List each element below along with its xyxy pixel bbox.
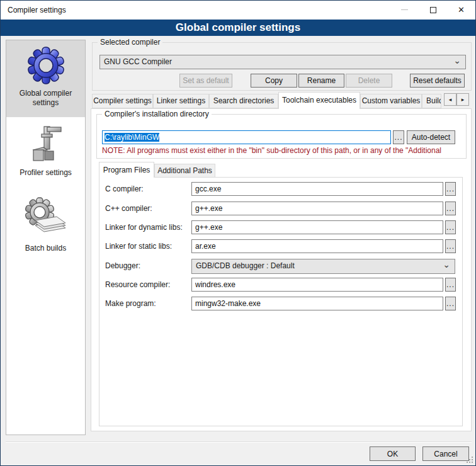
compiler-select[interactable]: GNU GCC Compiler ⌄ xyxy=(99,55,466,69)
title-bar[interactable]: Compiler settings ✕ xyxy=(1,1,475,20)
chevron-down-icon: ⌄ xyxy=(443,258,450,271)
tab-program-files[interactable]: Program Files xyxy=(99,162,154,178)
debugger-select[interactable]: GDB/CDB debugger : Default ⌄ xyxy=(191,259,455,274)
rename-button[interactable]: Rename xyxy=(298,74,344,88)
browse-cpp-compiler-button[interactable]: ... xyxy=(445,202,456,215)
copy-button[interactable]: Copy xyxy=(251,74,297,88)
tab-toolchain-executables[interactable]: Toolchain executables xyxy=(278,92,360,109)
dynamic-linker-label: Linker for dynamic libs: xyxy=(105,220,183,234)
make-program-label: Make program: xyxy=(105,297,156,310)
make-program-input[interactable] xyxy=(191,297,443,310)
gear-stack-icon xyxy=(6,196,85,242)
delete-button[interactable]: Delete xyxy=(346,74,392,88)
debugger-select-value: GDB/CDB debugger : Default xyxy=(196,261,295,270)
cpp-compiler-label: C++ compiler: xyxy=(105,202,152,215)
browse-c-compiler-button[interactable]: ... xyxy=(445,182,456,196)
tab-linker-settings[interactable]: Linker settings xyxy=(153,94,209,108)
close-icon: ✕ xyxy=(458,6,465,14)
resource-compiler-label: Resource compiler: xyxy=(105,278,170,292)
install-dir-input[interactable]: C:\raylib\MinGW xyxy=(102,130,391,144)
selected-compiler-group: Selected compiler GNU GCC Compiler ⌄ Set… xyxy=(92,42,472,91)
tab-scroll-right-button[interactable]: ▸ xyxy=(456,93,469,106)
ok-button[interactable]: OK xyxy=(370,446,416,461)
install-dir-note: NOTE: All programs must exist either in … xyxy=(102,146,465,155)
settings-category-list: Global compiler settings xyxy=(6,40,86,435)
group-legend: Selected compiler xyxy=(98,38,162,47)
footer-divider xyxy=(6,441,472,443)
tab-build-options[interactable]: Build options xyxy=(422,94,441,108)
sidebar-item-global-compiler-settings[interactable]: Global compiler settings xyxy=(6,40,85,117)
resize-grip[interactable] xyxy=(472,462,473,463)
cpp-compiler-input[interactable] xyxy=(191,202,443,215)
minimize-icon xyxy=(401,9,408,10)
browse-dynamic-linker-button[interactable]: ... xyxy=(445,220,456,234)
c-compiler-input[interactable] xyxy=(191,182,443,196)
group-legend: Compiler's installation directory xyxy=(102,110,212,119)
resource-compiler-input[interactable] xyxy=(191,278,443,292)
debugger-label: Debugger: xyxy=(105,259,140,273)
chevron-down-icon: ⌄ xyxy=(453,54,461,67)
cancel-button[interactable]: Cancel xyxy=(422,446,469,461)
browse-make-program-button[interactable]: ... xyxy=(445,297,456,310)
sidebar-item-profiler-settings[interactable]: Profiler settings xyxy=(6,117,85,183)
minimize-button[interactable] xyxy=(390,1,419,19)
tab-additional-paths[interactable]: Additional Paths xyxy=(154,164,215,178)
compiler-select-value: GNU GCC Compiler xyxy=(104,57,172,66)
maximize-icon xyxy=(430,7,436,13)
page-title: Global compiler settings xyxy=(1,20,475,36)
browse-resource-compiler-button[interactable]: ... xyxy=(445,278,456,292)
browse-static-linker-button[interactable]: ... xyxy=(445,239,456,253)
auto-detect-button[interactable]: Auto-detect xyxy=(407,130,455,144)
maximize-button[interactable] xyxy=(419,1,447,19)
browse-install-dir-button[interactable]: ... xyxy=(393,130,404,144)
sidebar-item-label: Batch builds xyxy=(6,242,85,258)
sidebar-item-label: Global compiler settings xyxy=(6,88,85,113)
blue-gear-icon xyxy=(6,45,85,88)
install-dir-selected-text: C:\raylib\MinGW xyxy=(105,133,159,142)
reset-defaults-button[interactable]: Reset defaults xyxy=(410,74,465,88)
static-linker-label: Linker for static libs: xyxy=(105,239,172,253)
window-title: Compiler settings xyxy=(8,1,66,20)
sidebar-item-batch-builds[interactable]: Batch builds xyxy=(6,183,85,258)
tab-search-directories[interactable]: Search directories xyxy=(209,94,278,108)
dynamic-linker-input[interactable] xyxy=(191,220,443,234)
close-button[interactable]: ✕ xyxy=(447,1,475,19)
tab-scroll-left-button[interactable]: ◂ xyxy=(444,93,456,106)
compiler-settings-dialog: Compiler settings ✕ Global compiler sett… xyxy=(0,0,476,466)
tab-compiler-settings[interactable]: Compiler settings xyxy=(92,94,153,108)
sidebar-item-label: Profiler settings xyxy=(6,167,85,183)
caliper-icon xyxy=(6,125,85,167)
tab-custom-variables[interactable]: Custom variables xyxy=(360,94,422,108)
set-as-default-button[interactable]: Set as default xyxy=(179,74,232,88)
static-linker-input[interactable] xyxy=(191,239,443,253)
c-compiler-label: C compiler: xyxy=(105,182,144,196)
